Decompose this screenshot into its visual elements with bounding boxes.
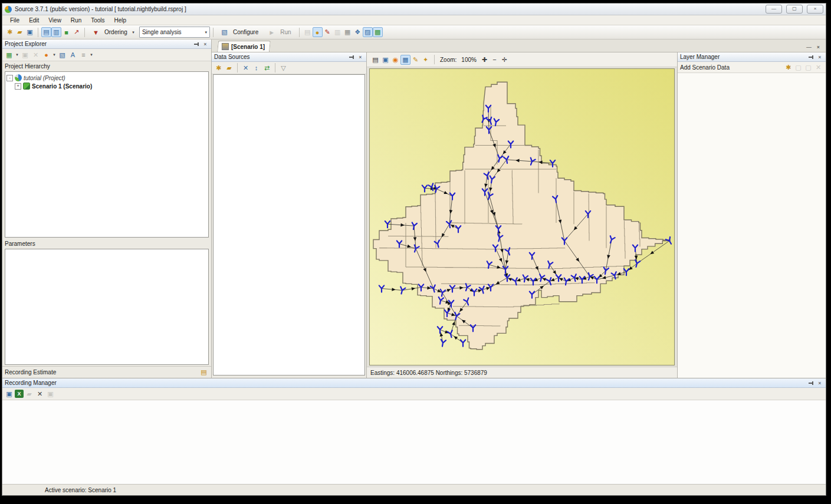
map-preview-icon[interactable]: ◉: [390, 55, 400, 65]
edit-pencil-icon[interactable]: ✎: [323, 27, 333, 37]
zoom-fit-icon[interactable]: ✛: [500, 55, 510, 65]
delete-recording-icon[interactable]: ✕: [35, 389, 45, 399]
zoom-in-icon[interactable]: ✚: [479, 55, 490, 65]
menu-edit[interactable]: Edit: [25, 17, 43, 24]
open-data-source-icon[interactable]: ▰: [224, 63, 234, 73]
module-colors-icon[interactable]: ❖: [353, 27, 363, 37]
project-hierarchy-tree[interactable]: - tutorial (Project) + Scenario 1 (Scena…: [5, 71, 209, 238]
menu-help[interactable]: Help: [110, 17, 131, 24]
results-chart-icon[interactable]: ↗: [71, 27, 81, 37]
tree-item-project[interactable]: - tutorial (Project): [6, 74, 207, 82]
recording-manager-header: Recording Manager ×: [2, 378, 826, 388]
tree-item-scenario[interactable]: + Scenario 1 (Scenario): [6, 82, 207, 90]
pin-icon[interactable]: [349, 54, 354, 60]
close-panel-icon[interactable]: ×: [816, 54, 823, 60]
annotate-pencil-icon[interactable]: ✎: [410, 55, 421, 65]
zoom-value: 100%: [459, 57, 478, 63]
dropdown-caret-icon[interactable]: ▾: [52, 50, 57, 60]
close-panel-icon[interactable]: ×: [202, 41, 209, 47]
run-button[interactable]: ► Run: [264, 27, 295, 38]
maximize-button[interactable]: ▢: [786, 5, 803, 14]
save-project-icon[interactable]: ▣: [25, 27, 35, 37]
minimize-button[interactable]: —: [766, 5, 782, 14]
recording-manager-toggle-icon[interactable]: ▥: [51, 27, 61, 37]
close-panel-icon[interactable]: ×: [816, 380, 823, 386]
expand-all-icon[interactable]: ↕: [251, 63, 261, 73]
tab-scenario-1[interactable]: [Scenario 1]: [217, 41, 271, 52]
remove-layer-icon[interactable]: ✕: [813, 62, 823, 73]
data-sources-list[interactable]: [213, 74, 365, 375]
pin-icon[interactable]: [808, 54, 814, 60]
chevron-down-icon: ▾: [205, 30, 207, 35]
project-explorer-title: Project Explorer: [5, 41, 47, 47]
menu-file[interactable]: File: [6, 17, 24, 24]
menu-tools[interactable]: Tools: [87, 17, 109, 24]
copy-recording-icon[interactable]: ▣: [45, 389, 55, 399]
table-view-icon[interactable]: ▦: [343, 27, 353, 37]
close-button[interactable]: ×: [807, 5, 823, 14]
new-data-source-icon[interactable]: ✱: [214, 63, 224, 73]
menu-run[interactable]: Run: [67, 17, 86, 24]
ordering-button[interactable]: ▼ Ordering ▾: [88, 27, 139, 38]
parameters-box[interactable]: [5, 249, 209, 365]
save-recording-icon[interactable]: ▣: [4, 389, 14, 399]
project-hierarchy-label: Project Hierarchy: [2, 61, 211, 70]
selection-box-icon[interactable]: ▧: [57, 50, 67, 60]
dropdown-caret-icon[interactable]: ▾: [15, 50, 19, 60]
record-icon[interactable]: ●: [41, 50, 51, 60]
separator: [84, 28, 85, 37]
expander-icon[interactable]: -: [6, 75, 13, 81]
print-map-icon[interactable]: ▤: [370, 55, 380, 65]
reload-data-icon[interactable]: ⇄: [262, 63, 272, 73]
pan-tool-icon[interactable]: ✦: [421, 55, 431, 65]
title-bar: Source 3.7.1 (public version) - tutorial…: [2, 4, 826, 15]
export-excel-icon[interactable]: X: [15, 390, 24, 398]
dropdown-caret-icon[interactable]: ▾: [89, 50, 94, 60]
pin-icon[interactable]: [808, 380, 814, 386]
filter-icon[interactable]: ▽: [278, 63, 288, 73]
schematic-toggle-icon[interactable]: ▨: [363, 27, 373, 37]
layer-up-icon[interactable]: ▢: [793, 62, 803, 73]
analysis-select[interactable]: Single analysis ▾: [139, 27, 210, 38]
catchment-map[interactable]: [369, 68, 675, 365]
expander-icon[interactable]: +: [15, 83, 21, 90]
parameters-label: Parameters: [2, 239, 211, 248]
bar-chart-view-icon[interactable]: ▥: [333, 27, 343, 37]
node-palette-icon[interactable]: ●: [313, 27, 323, 37]
project-map-icon[interactable]: ▦: [4, 50, 14, 60]
save-map-image-icon[interactable]: ▣: [380, 55, 390, 65]
open-project-icon[interactable]: ▰: [15, 27, 25, 37]
app-logo-icon: [5, 6, 12, 13]
new-project-icon[interactable]: ✱: [5, 27, 15, 37]
add-scenario-data-row: Add Scenario Data ✱▢▢✕: [678, 62, 826, 73]
scenario-view-icon[interactable]: ■: [61, 27, 71, 37]
font-style-icon[interactable]: A: [68, 50, 78, 60]
map-grid-mode-icon[interactable]: ▦: [400, 55, 410, 65]
application-window: Source 3.7.1 (public version) - tutorial…: [2, 3, 826, 496]
layer-down-icon[interactable]: ▢: [803, 62, 813, 73]
rename-icon[interactable]: ≡: [78, 50, 88, 60]
layer-list[interactable]: [678, 73, 826, 378]
collapse-all-icon[interactable]: ✕: [241, 63, 251, 73]
configure-button[interactable]: ▧ Configure: [216, 27, 263, 38]
report-icon[interactable]: ▤: [199, 367, 209, 377]
dock-close-icon[interactable]: ×: [814, 44, 822, 50]
recording-manager-content[interactable]: [2, 400, 826, 484]
pin-icon[interactable]: [193, 41, 199, 47]
zoom-out-icon[interactable]: −: [490, 55, 500, 65]
analysis-value: Single analysis: [142, 29, 182, 35]
open-recording-icon[interactable]: ▰: [24, 389, 34, 399]
project-explorer-toggle-icon[interactable]: ▤: [41, 27, 51, 37]
main-toolbar: ✱▰▣ ▤▥■↗ ▼ Ordering ▾ Single analysis ▾ …: [2, 25, 826, 39]
dock-minimize-icon[interactable]: —: [805, 44, 813, 50]
add-scenario-data-label: Add Scenario Data: [680, 64, 730, 71]
export-report-icon[interactable]: ▤: [303, 27, 313, 37]
layer-manager-icons: ✱▢▢✕: [783, 62, 823, 73]
add-layer-icon[interactable]: ✱: [783, 62, 793, 73]
delete-icon[interactable]: ✕: [31, 50, 41, 60]
menu-view[interactable]: View: [44, 17, 65, 24]
close-panel-icon[interactable]: ×: [357, 54, 364, 60]
copy-icon[interactable]: ▣: [20, 50, 30, 60]
geographic-toggle-icon[interactable]: ▩: [373, 27, 383, 37]
separator: [213, 28, 214, 37]
